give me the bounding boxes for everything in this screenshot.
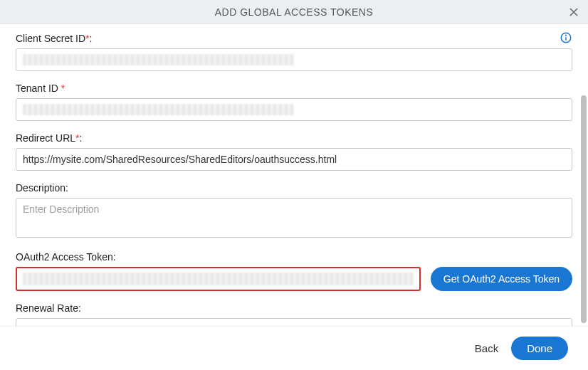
redirect-url-input[interactable] [16,148,572,171]
description-input[interactable] [16,198,572,238]
dialog-title: ADD GLOBAL ACCESS TOKENS [0,6,588,18]
redacted-overlay [23,104,294,115]
required-marker: * [61,83,65,94]
close-icon[interactable] [565,4,582,21]
redacted-overlay [23,54,294,65]
redacted-overlay [23,273,414,285]
field-renewal-rate: Renewal Rate: Every hour [16,302,572,326]
dialog-body: Client Secret ID*: Tenant ID * Redirect … [0,24,588,326]
back-button[interactable]: Back [475,342,498,354]
dialog-footer: Back Done [0,326,588,370]
renewal-rate-select[interactable]: Every hour [16,318,572,326]
get-oauth2-token-button[interactable]: Get OAuth2 Access Token [431,267,572,291]
dialog-body-wrap: Client Secret ID*: Tenant ID * Redirect … [0,24,588,326]
field-client-secret: Client Secret ID*: [16,33,572,71]
field-oauth-token: OAuth2 Access Token: Get OAuth2 Access T… [16,251,572,291]
tenant-id-label: Tenant ID * [16,83,572,94]
add-global-access-tokens-dialog: ADD GLOBAL ACCESS TOKENS Client Secret I… [0,0,588,370]
scrollbar[interactable] [581,95,587,323]
required-marker: * [85,33,89,44]
renewal-rate-label: Renewal Rate: [16,302,572,314]
done-button[interactable]: Done [511,337,568,360]
description-label: Description: [16,182,572,194]
field-redirect-url: Redirect URL*: [16,132,572,171]
field-tenant-id: Tenant ID * [16,83,572,121]
dialog-header: ADD GLOBAL ACCESS TOKENS [0,0,588,24]
field-description: Description: [16,182,572,240]
oauth-token-label: OAuth2 Access Token: [16,251,572,263]
required-marker: * [75,132,79,144]
info-icon[interactable] [560,31,572,44]
svg-point-4 [566,35,567,36]
redirect-url-label: Redirect URL*: [16,132,572,144]
client-secret-label: Client Secret ID*: [16,33,572,44]
